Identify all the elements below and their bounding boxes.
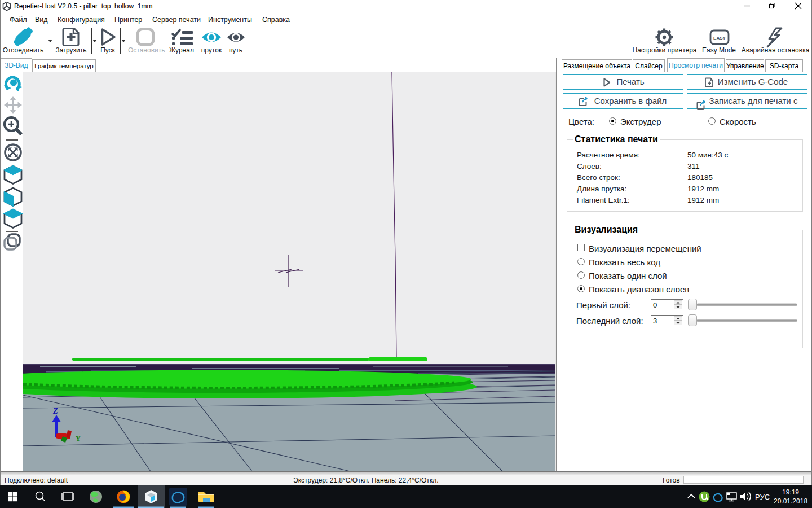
svg-text:Y: Y (76, 435, 81, 443)
svg-text:EASY: EASY (713, 36, 726, 41)
svg-text:Z: Z (52, 407, 58, 415)
